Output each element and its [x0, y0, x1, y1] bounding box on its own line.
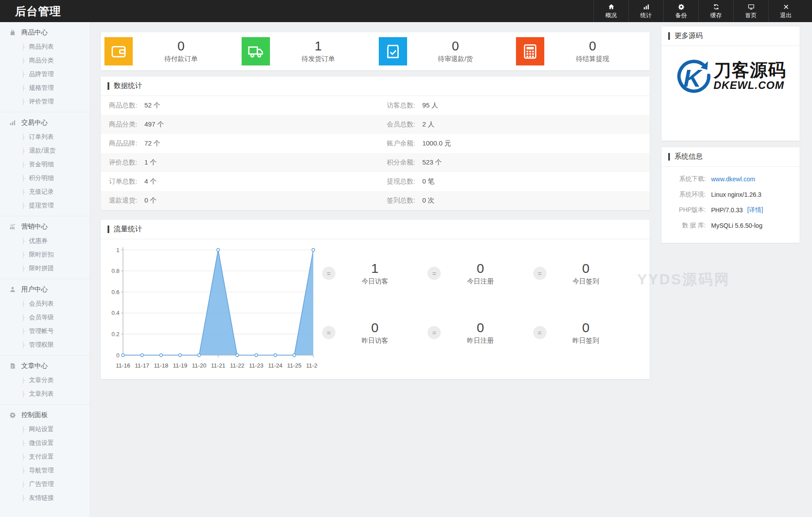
sidebar-section-trade-center: 交易中心├订单列表├退款/退货├资金明细├积分明细├充值记录├提现管理 [0, 112, 90, 216]
tree-branch-icon: ├ [21, 189, 25, 195]
sidebar-subitem-label: 网站设置 [29, 425, 54, 433]
stat-row-value: 523 个 [422, 158, 442, 167]
sidebar-subitem[interactable]: ├管理帐号 [0, 324, 90, 338]
nav-item-stats[interactable]: 统计 [628, 0, 663, 22]
stat-row-value: 4 个 [144, 177, 157, 186]
sidebar-subitem[interactable]: ├文章分类 [0, 373, 90, 387]
sidebar-item-goods-center[interactable]: 商品中心 [0, 25, 90, 40]
nav-label: 退出 [780, 11, 792, 19]
sidebar-subitem-label: 商品列表 [29, 43, 54, 51]
chart-bar-icon [9, 119, 16, 126]
sidebar-subitem[interactable]: ├积分明细 [0, 171, 90, 185]
nav-item-logout[interactable]: 退出 [768, 0, 803, 22]
sidebar-subitem[interactable]: ├导航管理 [0, 463, 90, 477]
sidebar-subitem[interactable]: ├提现管理 [0, 199, 90, 212]
sidebar-item-marketing-center[interactable]: 营销中心 [0, 219, 90, 234]
sidebar-subitem[interactable]: ├限时折扣 [0, 248, 90, 261]
sidebar-subitem-label: 限时拼团 [29, 264, 54, 272]
more-source-card: 更多源码 K 刀客源码 DKEWL.COM [662, 27, 800, 141]
svg-text:11-23: 11-23 [249, 362, 263, 369]
monitor-icon [747, 3, 755, 11]
stat-card-pending-payment[interactable]: 0待付款订单 [101, 37, 238, 65]
sidebar-section-title: 文章中心 [21, 362, 48, 370]
section-title: 系统信息 [674, 152, 703, 161]
stat-card-pending-settlement[interactable]: 0待结算提现 [512, 37, 650, 65]
sidebar-subitem[interactable]: ├商品分类 [0, 54, 90, 67]
table-row: 商品品牌:72 个账户余额:1000.0 元 [101, 134, 650, 153]
sidebar-subitem[interactable]: ├充值记录 [0, 185, 90, 199]
system-info-label: 系统环境: [671, 191, 706, 199]
sidebar-subitem[interactable]: ├评价管理 [0, 95, 90, 108]
nav-item-overview[interactable]: 概况 [593, 0, 628, 22]
user-icon [9, 286, 16, 293]
sidebar-subitem[interactable]: ├文章列表 [0, 387, 90, 401]
stat-value: 0 [544, 39, 641, 54]
system-info-row-system-download: 系统下载:www.dkewl.com [662, 171, 800, 187]
table-row: 商品总数:52 个访客总数:95 人 [101, 96, 650, 115]
logo-cn-text: 刀客源码 [714, 61, 786, 79]
sidebar-item-article-center[interactable]: 文章中心 [0, 358, 90, 373]
stat-card-pending-shipment[interactable]: 1待发货订单 [238, 37, 375, 65]
sidebar-subitem[interactable]: ├资金明细 [0, 157, 90, 171]
sidebar-subitem[interactable]: ├广告管理 [0, 477, 90, 491]
stat-row-label: 退款退货: [109, 196, 137, 205]
nav-label: 概况 [605, 11, 617, 19]
detail-link[interactable]: [详情] [747, 206, 763, 214]
equals-icon: = [533, 326, 546, 339]
sidebar-subitem[interactable]: ├规格管理 [0, 81, 90, 95]
nav-item-backup[interactable]: 备份 [663, 0, 698, 22]
stat-value: 1 [270, 39, 366, 54]
section-marker [668, 32, 670, 40]
traffic-header: 流量统计 [101, 220, 650, 239]
sidebar-item-trade-center[interactable]: 交易中心 [0, 115, 90, 130]
quick-stat-label: 今日签到 [546, 277, 625, 286]
sidebar-subitem[interactable]: ├友情链接 [0, 491, 90, 505]
tree-branch-icon: ├ [21, 203, 25, 209]
svg-text:11-25: 11-25 [287, 362, 301, 369]
sidebar-subitem[interactable]: ├退款/退货 [0, 144, 90, 157]
tree-branch-icon: ├ [21, 175, 25, 181]
system-info-label: 数 据 库: [671, 222, 706, 230]
stat-row-value: 95 人 [422, 101, 438, 110]
equals-icon: = [322, 267, 335, 280]
stat-row-label: 商品总数: [109, 101, 137, 110]
sidebar-subitem[interactable]: ├限时拼团 [0, 261, 90, 275]
sidebar-subitem[interactable]: ├微信设置 [0, 436, 90, 450]
nav-item-homepage[interactable]: 首页 [733, 0, 768, 22]
stat-card-pending-refund[interactable]: 0待审退款/货 [375, 37, 512, 65]
system-info-row-php-version: PHP版本:PHP/7.0.33[详情] [662, 202, 800, 218]
sidebar-subitem-label: 订单列表 [29, 133, 54, 141]
svg-text:0.4: 0.4 [112, 310, 119, 316]
sidebar-item-control-panel[interactable]: 控制面板 [0, 407, 90, 422]
table-row: 订单总数:4 个提现总数:0 笔 [101, 172, 650, 191]
sidebar-subitem[interactable]: ├管理权限 [0, 338, 90, 352]
quick-stat-label: 昨日签到 [546, 337, 625, 345]
top-nav: 概况统计备份缓存首页退出 [593, 0, 803, 22]
sidebar-subitem[interactable]: ├商品列表 [0, 40, 90, 54]
svg-text:11-19: 11-19 [173, 362, 187, 369]
sidebar-item-user-center[interactable]: 用户中心 [0, 282, 90, 297]
sidebar-subitem-label: 退款/退货 [29, 147, 56, 155]
nav-label: 首页 [745, 11, 757, 19]
sidebar-subitem[interactable]: ├网站设置 [0, 422, 90, 436]
system-info-value[interactable]: www.dkewl.com [711, 176, 755, 183]
sidebar-subitem-label: 管理帐号 [29, 327, 54, 335]
tree-branch-icon: ├ [21, 328, 25, 334]
sidebar-subitem[interactable]: ├优惠券 [0, 234, 90, 248]
sidebar-subitem[interactable]: ├品牌管理 [0, 67, 90, 81]
nav-item-cache[interactable]: 缓存 [698, 0, 733, 22]
sidebar-subitem[interactable]: ├会员列表 [0, 297, 90, 310]
quick-stat-value: 0 [546, 261, 625, 276]
stat-row-label: 商品分类: [109, 120, 137, 129]
svg-text:11-17: 11-17 [135, 362, 149, 369]
sidebar-subitem[interactable]: ├会员等级 [0, 310, 90, 324]
sidebar-subitem-label: 品牌管理 [29, 70, 54, 78]
svg-text:K: K [683, 65, 703, 92]
svg-text:0.2: 0.2 [112, 331, 119, 337]
stat-label: 待审退款/货 [407, 55, 504, 63]
sidebar-subitem[interactable]: ├支付设置 [0, 450, 90, 463]
sidebar-subitem[interactable]: ├订单列表 [0, 130, 90, 144]
stat-row-value: 1000.0 元 [422, 139, 451, 148]
svg-text:11-22: 11-22 [230, 362, 244, 369]
dkewl-logo[interactable]: K 刀客源码 DKEWL.COM [662, 57, 800, 96]
